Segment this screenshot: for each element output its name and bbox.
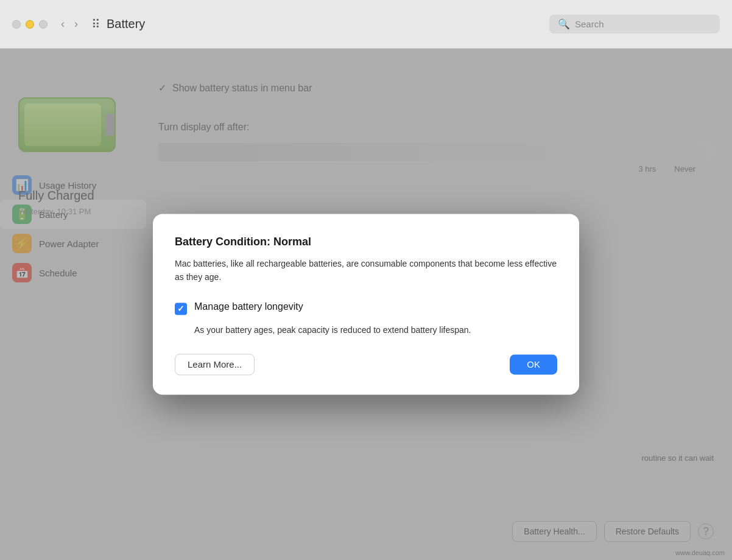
fullscreen-button[interactable] <box>39 20 48 29</box>
search-placeholder: Search <box>575 19 604 29</box>
ok-button[interactable]: OK <box>510 355 557 375</box>
manage-battery-label: Manage battery longevity <box>194 301 303 312</box>
back-button[interactable]: ‹ <box>57 15 68 33</box>
main-content: 📊 Usage History 🔋 Battery ⚡ Power Adapte… <box>0 49 732 560</box>
dialog-title: Battery Condition: Normal <box>175 236 557 248</box>
manage-battery-row: Manage battery longevity <box>175 301 557 315</box>
forward-button[interactable]: › <box>71 15 82 33</box>
dialog-footer: Learn More... OK <box>175 354 557 376</box>
nav-buttons: ‹ › <box>57 15 82 33</box>
checkbox-sublabel: As your battery ages, peak capacity is r… <box>194 323 557 337</box>
traffic-lights <box>12 20 48 29</box>
learn-more-button[interactable]: Learn More... <box>175 354 255 376</box>
search-icon: 🔍 <box>558 18 570 30</box>
page-title: Battery <box>107 17 549 31</box>
title-bar: ‹ › ⠿ Battery 🔍 Search <box>0 0 732 49</box>
dialog-description: Mac batteries, like all rechargeable bat… <box>175 257 557 284</box>
manage-battery-checkbox[interactable] <box>175 303 187 315</box>
search-box[interactable]: 🔍 Search <box>549 15 720 33</box>
minimize-button[interactable] <box>26 20 34 29</box>
grid-icon: ⠿ <box>91 17 100 32</box>
close-button[interactable] <box>12 20 21 29</box>
battery-condition-dialog: Battery Condition: Normal Mac batteries,… <box>153 214 579 394</box>
